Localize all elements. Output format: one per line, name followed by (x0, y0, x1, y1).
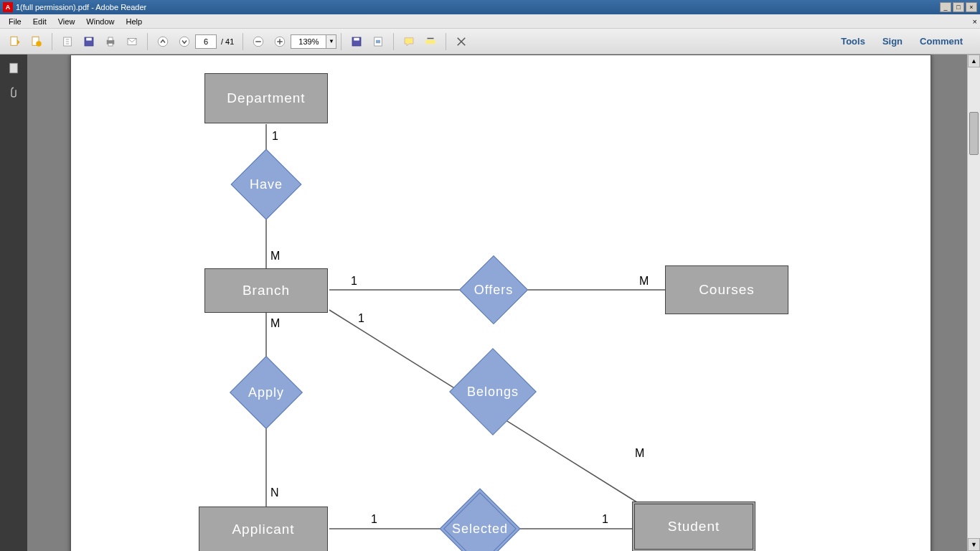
svg-point-11 (179, 37, 189, 47)
cardinality-label: M (270, 250, 280, 263)
read-mode-icon[interactable] (452, 32, 471, 51)
save-icon[interactable] (80, 32, 98, 51)
menubar: File Edit View Window Help × (0, 14, 980, 29)
window-controls: _ □ × (940, 2, 977, 12)
relationship-offers: Offers (469, 265, 518, 314)
relationship-apply: Apply (240, 367, 292, 418)
document-viewport[interactable]: Department Branch Courses Applicant Stud… (27, 55, 967, 551)
relationship-belongs: Belongs (462, 361, 524, 423)
window-title: 1(full permission).pdf - Adobe Reader (16, 3, 940, 11)
svg-rect-7 (108, 37, 113, 41)
close-button[interactable]: × (966, 2, 977, 12)
toolbar-separator (341, 33, 341, 50)
cardinality-label: 1 (602, 513, 608, 526)
entity-department: Department (204, 73, 328, 123)
relationship-selected: Selected (451, 500, 509, 551)
comment-bubble-icon[interactable] (400, 32, 418, 51)
comment-panel-button[interactable]: Comment (915, 33, 967, 50)
cardinality-label: M (270, 317, 280, 330)
svg-point-10 (158, 37, 168, 47)
print-icon[interactable] (101, 32, 120, 51)
svg-rect-5 (86, 37, 92, 40)
toolbar-separator (52, 33, 52, 50)
scrollbar-thumb[interactable] (969, 112, 979, 155)
save-as-icon[interactable] (347, 32, 366, 51)
vertical-scrollbar[interactable]: ▲ ▼ (967, 55, 980, 551)
cardinality-label: 1 (351, 275, 357, 288)
page-down-icon[interactable] (175, 32, 194, 51)
toolbar-separator (242, 33, 243, 50)
navigation-pane (0, 55, 27, 551)
toolbar-separator (393, 33, 394, 50)
relationship-have: Have (241, 159, 291, 209)
menu-view[interactable]: View (52, 16, 81, 27)
document-close-button[interactable]: × (973, 17, 977, 26)
pdf-page: Department Branch Courses Applicant Stud… (70, 55, 931, 551)
zoom-dropdown-icon[interactable]: ▼ (326, 34, 336, 49)
entity-branch: Branch (204, 268, 328, 313)
svg-rect-15 (354, 37, 360, 40)
cardinality-label: 1 (371, 513, 377, 526)
entity-student: Student (632, 501, 755, 551)
entity-applicant: Applicant (199, 507, 328, 551)
export-pdf-icon[interactable] (6, 32, 24, 51)
menu-window[interactable]: Window (80, 16, 120, 27)
entity-courses: Courses (665, 265, 788, 314)
page-number-input[interactable] (195, 34, 217, 49)
cardinality-label: M (635, 447, 644, 460)
menu-help[interactable]: Help (120, 16, 148, 27)
attachments-icon[interactable] (4, 83, 23, 102)
cardinality-label: 1 (272, 130, 278, 143)
sign-panel-button[interactable]: Sign (878, 33, 907, 50)
page-up-icon[interactable] (154, 32, 172, 51)
svg-point-2 (36, 41, 42, 47)
svg-rect-19 (10, 63, 18, 73)
zoom-in-icon[interactable] (270, 32, 289, 51)
email-icon[interactable] (123, 32, 141, 51)
zoom-out-icon[interactable] (249, 32, 268, 51)
scroll-up-icon[interactable]: ▲ (968, 55, 980, 67)
toolbar-separator (147, 33, 148, 50)
maximize-button[interactable]: □ (953, 2, 964, 12)
page-total-label: / 41 (221, 37, 234, 46)
svg-rect-18 (426, 39, 436, 43)
svg-rect-8 (108, 43, 113, 46)
open-icon[interactable] (58, 32, 77, 51)
cardinality-label: N (270, 486, 279, 499)
cardinality-label: 1 (358, 312, 364, 325)
menu-edit[interactable]: Edit (27, 16, 52, 27)
toolbar: / 41 ▼ Tools Sign Comment (0, 29, 980, 55)
minimize-button[interactable]: _ (940, 2, 951, 12)
menu-file[interactable]: File (3, 16, 27, 27)
highlight-icon[interactable] (421, 32, 440, 51)
app-icon: A (3, 2, 13, 12)
scroll-down-icon[interactable]: ▼ (968, 538, 980, 551)
toolbar-right-panel: Tools Sign Comment (837, 33, 976, 50)
snapshot-icon[interactable] (369, 32, 387, 51)
create-pdf-icon[interactable] (27, 32, 46, 51)
thumbnails-icon[interactable] (4, 59, 23, 77)
tools-panel-button[interactable]: Tools (837, 33, 870, 50)
svg-rect-0 (11, 37, 17, 45)
zoom-level-input[interactable] (291, 34, 326, 49)
toolbar-separator (446, 33, 446, 50)
svg-rect-17 (376, 39, 380, 43)
cardinality-label: M (639, 275, 649, 288)
window-titlebar: A 1(full permission).pdf - Adobe Reader … (0, 0, 980, 14)
